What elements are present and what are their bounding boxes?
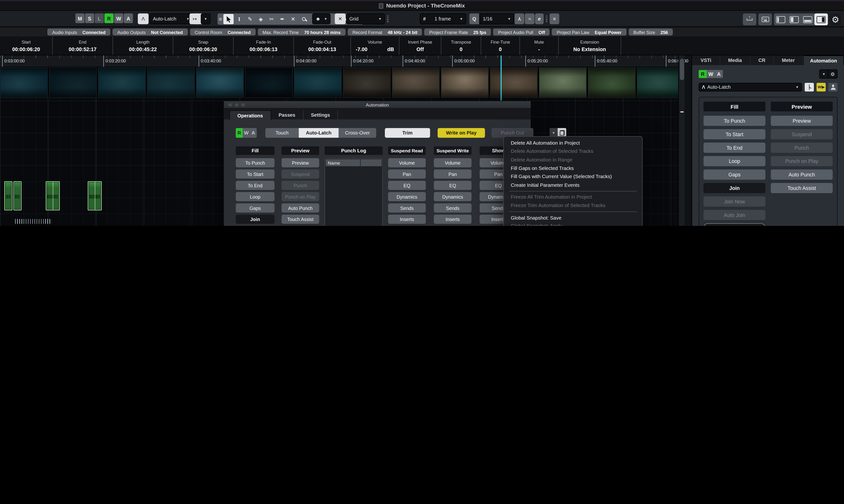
read-all-button[interactable]: R: [104, 14, 113, 23]
auto-punch-button[interactable]: Auto Punch: [281, 203, 319, 213]
suspend-read-sends-button[interactable]: Sends: [388, 203, 426, 213]
quantize-dropdown[interactable]: 1/16▼: [480, 14, 514, 24]
split-tool[interactable]: ✂: [266, 14, 277, 24]
suspend-write-inserts-button[interactable]: Inserts: [434, 215, 471, 224]
status-control-room[interactable]: Control RoomConnected: [190, 29, 256, 35]
info-transpose[interactable]: Transpose0: [441, 37, 481, 55]
audio-clip[interactable]: [14, 181, 21, 211]
video-thumbnail[interactable]: [441, 67, 489, 98]
suspend-all-button[interactable]: A: [124, 14, 133, 23]
punch-log-list[interactable]: Name: [324, 158, 383, 226]
nudge-icon[interactable]: ↦: [190, 14, 200, 24]
object-selection-tool[interactable]: [223, 14, 233, 24]
erase-tool[interactable]: ◈: [256, 14, 266, 24]
info-fade-in[interactable]: Fade-In00:00:06:13: [234, 37, 294, 55]
trim-button[interactable]: Trim: [385, 128, 430, 138]
panel-read-button[interactable]: R: [699, 70, 706, 78]
zoom-handle[interactable]: [680, 111, 683, 112]
tab-settings[interactable]: Settings: [303, 110, 338, 120]
panel-suspend-button[interactable]: A: [715, 70, 723, 78]
tool-palette-handle[interactable]: ≡: [218, 14, 223, 24]
automation-mode-dropdown[interactable]: Auto-Latch▼: [150, 14, 193, 24]
minimize-icon[interactable]: [235, 103, 238, 107]
join-button[interactable]: Join: [236, 215, 275, 224]
dialog-read-button[interactable]: R: [236, 128, 243, 138]
suspend-write-volume-button[interactable]: Volume: [434, 158, 471, 167]
trim-toggle-button[interactable]: [805, 83, 814, 92]
suspend-read-volume-button[interactable]: Volume: [388, 158, 426, 167]
lower-left-zone-toggle[interactable]: [788, 14, 801, 25]
panel-automation-mode-dropdown[interactable]: ΛAuto-Latch▼: [699, 83, 802, 92]
zoom-tool[interactable]: [299, 14, 309, 24]
video-thumbnail[interactable]: [147, 67, 195, 98]
write-all-button[interactable]: W: [114, 14, 123, 23]
fill-loop-button[interactable]: Loop: [236, 192, 275, 201]
preview-button[interactable]: Preview: [281, 158, 319, 167]
grid-type-dropdown[interactable]: #1 frame▼: [420, 14, 466, 24]
audio-clip[interactable]: [4, 181, 12, 211]
status-max-record-time[interactable]: Max. Record Time70 hours 28 mins: [258, 29, 345, 35]
tab-vsti[interactable]: VSTi: [692, 55, 720, 65]
video-thumbnail[interactable]: [196, 67, 244, 98]
mute-all-button[interactable]: M: [75, 14, 84, 23]
return-time-field[interactable]: 0:00:00:00▲▼: [703, 223, 766, 226]
panel-settings-button[interactable]: ⚙: [828, 70, 837, 78]
info-length[interactable]: Length00:00:45:22: [113, 37, 173, 55]
audio-clip[interactable]: [46, 181, 60, 211]
close-icon[interactable]: [228, 103, 232, 107]
glue-tool[interactable]: ✒: [277, 14, 287, 24]
auto-punch-button[interactable]: Auto Punch: [771, 169, 833, 180]
video-thumbnail[interactable]: [490, 67, 538, 98]
fill-to-end-button[interactable]: To End: [236, 181, 275, 190]
tab-automation[interactable]: Automation: [803, 55, 844, 65]
left-zone-toggle[interactable]: [774, 14, 788, 25]
tab-passes[interactable]: Passes: [271, 110, 303, 120]
menu-item[interactable]: Delete All Automation in Project: [504, 139, 642, 147]
touch-assist-button[interactable]: Touch Assist: [771, 183, 833, 193]
align-icon[interactable]: ≡: [549, 14, 559, 24]
preview-button[interactable]: Preview: [771, 116, 833, 126]
fill-gaps-button[interactable]: Gaps: [703, 169, 766, 180]
status-pan-law[interactable]: Project Pan LawEqual Power: [552, 29, 627, 35]
join-button[interactable]: Join: [703, 183, 766, 193]
video-thumbnail[interactable]: [392, 67, 440, 98]
touch-assist-toggle-button[interactable]: [828, 83, 838, 92]
panel-write-button[interactable]: W: [707, 70, 715, 78]
panel-functions-dropdown[interactable]: ▼: [820, 70, 829, 78]
suspend-read-inserts-button[interactable]: Inserts: [388, 215, 426, 224]
mute-tool[interactable]: ✕: [288, 14, 298, 24]
suspend-write-sends-button[interactable]: Sends: [434, 203, 471, 213]
listen-all-button[interactable]: L: [95, 14, 104, 23]
status-buffer-size[interactable]: Buffer Size256: [629, 29, 673, 35]
snap-type-dropdown[interactable]: Grid▼: [346, 14, 385, 24]
suspend-read-dynamics-button[interactable]: Dynamics: [388, 192, 426, 201]
draw-tool[interactable]: ✎: [245, 14, 255, 24]
suspend-write-pan-button[interactable]: Pan: [434, 169, 471, 179]
automation-curve-icon[interactable]: Λ: [138, 14, 148, 24]
fill-to-end-button[interactable]: To End: [703, 143, 766, 153]
info-volume[interactable]: Volume-7.00dB: [351, 37, 399, 55]
fill-to-punch-button[interactable]: To Punch: [703, 116, 766, 126]
info-extension[interactable]: ExtensionNo Extension: [559, 37, 621, 55]
dialog-write-button[interactable]: W: [243, 128, 250, 138]
info-fine-tune[interactable]: Fine-Tune0: [481, 37, 520, 55]
right-zone-toggle[interactable]: [814, 14, 828, 25]
tab-operations[interactable]: Operations: [229, 110, 271, 120]
video-thumbnail[interactable]: [343, 67, 391, 98]
nudge-dropdown[interactable]: ▼: [201, 14, 211, 24]
info-fade-out[interactable]: Fade-Out00:00:04:13: [294, 37, 351, 55]
fill-to-start-button[interactable]: To Start: [703, 129, 766, 139]
lower-zone-toggle[interactable]: [801, 14, 814, 25]
punch-log-extra-column[interactable]: [361, 159, 382, 166]
write-on-play-button[interactable]: Write on Play: [438, 128, 485, 138]
status-audio-inputs[interactable]: Audio InputsConnected: [47, 29, 110, 35]
menu-item[interactable]: Global Snapshot: Save: [504, 214, 642, 222]
setup-toolbar-button[interactable]: ⚙: [830, 14, 841, 25]
menu-item[interactable]: Create Initial Parameter Events: [504, 181, 642, 189]
dialog-title-bar[interactable]: Automation: [224, 101, 531, 109]
info-snap[interactable]: Snap00:00:06:20: [173, 37, 234, 55]
video-thumbnail[interactable]: [98, 67, 146, 98]
solo-all-button[interactable]: S: [85, 14, 94, 23]
export-button[interactable]: [743, 14, 756, 25]
fill-gaps-button[interactable]: Gaps: [236, 203, 275, 213]
